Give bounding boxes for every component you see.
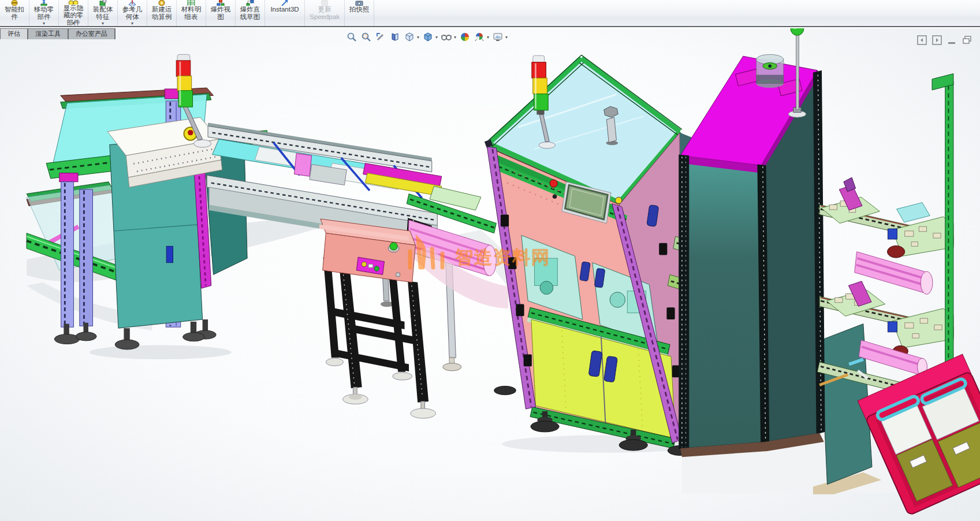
document-window-controls (917, 35, 972, 45)
update-speedpak-icon (320, 0, 329, 6)
dropdown-arrow-icon[interactable]: ▾ (505, 35, 508, 40)
restore-icon[interactable] (962, 35, 972, 45)
tab-evaluate[interactable]: 评估 (0, 28, 28, 39)
button-label: 智能扣件 (3, 6, 26, 20)
smart-fastener-icon (10, 0, 19, 6)
reference-geometry-icon (128, 0, 137, 6)
display-style-icon[interactable] (422, 31, 434, 43)
assembly-features-icon (98, 0, 107, 6)
previous-view-icon[interactable] (374, 31, 387, 43)
hide-show-items-icon[interactable] (440, 31, 453, 43)
adjustable-foot (393, 373, 412, 380)
glass-cylinder-unit[interactable] (757, 54, 784, 88)
heads-up-view-toolbar: ▾ ▾ ▾ ▾ ▾ (345, 31, 508, 43)
move-component-icon (39, 0, 49, 6)
next-window-icon[interactable] (932, 35, 942, 45)
dropdown-arrow-icon[interactable]: ▾ (102, 21, 104, 26)
door-handle (166, 246, 173, 262)
instant3d-button[interactable]: Instant3D (265, 0, 305, 26)
take-snapshot-icon (355, 0, 364, 6)
minimize-icon[interactable] (947, 35, 957, 45)
dropdown-arrow-icon[interactable]: ▾ (417, 35, 419, 40)
black-frame-legs (323, 257, 429, 403)
assembly-features-button[interactable]: 装配体特征 ▾ (88, 0, 118, 26)
section-view-icon[interactable] (389, 31, 401, 43)
dropdown-arrow-icon[interactable]: ▾ (454, 35, 456, 40)
instant3d-icon (280, 0, 289, 6)
show-hidden-components-button[interactable]: 显示隐藏的零部件 ▾ (59, 0, 88, 26)
pink-drum (855, 252, 928, 293)
adjustable-foot (343, 387, 368, 404)
tall-press-cabinet[interactable] (679, 28, 872, 485)
tab-office-products[interactable]: 办公室产品 (68, 28, 115, 39)
command-manager-ribbon: 智能扣件 移动零部件 ▾ 显示隐藏的零部件 ▾ 装配体特征 ▾ 参考几何体 ▾ … (0, 0, 980, 27)
leveling-foot (76, 323, 96, 341)
tab-render-tools[interactable]: 渲染工具 (28, 28, 68, 39)
post (61, 182, 74, 328)
exploded-view-icon (216, 0, 225, 6)
edit-appearance-icon[interactable] (459, 31, 471, 43)
new-motion-study-button[interactable]: 新建运动算例 (147, 0, 177, 26)
zoom-to-area-icon[interactable] (360, 31, 372, 43)
leveling-foot (115, 328, 139, 349)
inspection-machine[interactable] (485, 55, 692, 455)
pallet (892, 308, 953, 348)
explode-line-sketch-button[interactable]: 爆炸直线草图 (236, 0, 265, 26)
post (80, 189, 93, 326)
zoom-to-fit-icon[interactable] (345, 31, 358, 43)
smart-fasteners-button[interactable]: 智能扣件 (0, 0, 29, 26)
take-snapshot-button[interactable]: 拍快照 (345, 0, 374, 26)
dropdown-arrow-icon[interactable]: ▾ (43, 21, 45, 26)
adjustable-foot (326, 358, 343, 366)
apply-scene-icon[interactable] (473, 31, 486, 43)
motion-study-icon (157, 0, 166, 6)
dropdown-arrow-icon[interactable]: ▾ (487, 35, 489, 40)
show-hidden-components-icon (68, 0, 79, 5)
3d-viewport-scene[interactable] (0, 28, 980, 521)
command-manager-tabs: 评估 渲染工具 办公室产品 (0, 28, 115, 39)
bill-of-materials-button[interactable]: 材料明细表 (177, 0, 206, 26)
indicator-button (550, 180, 557, 187)
reference-geometry-button[interactable]: 参考几何体 ▾ (118, 0, 147, 26)
view-settings-icon[interactable] (491, 31, 504, 43)
graphics-viewport[interactable]: ▾ ▾ ▾ ▾ ▾ 智造资料网 (0, 28, 980, 521)
dropdown-arrow-icon[interactable]: ▾ (131, 21, 133, 26)
leveling-foot (443, 358, 461, 371)
leveling-foot (54, 324, 80, 344)
bom-table-icon (187, 0, 196, 6)
explode-line-sketch-icon (245, 0, 255, 6)
adjustable-foot (411, 401, 436, 418)
leveling-foot (494, 386, 516, 395)
move-component-button[interactable]: 移动零部件 ▾ (29, 0, 59, 26)
update-speedpak-button[interactable]: 更新 Speedpak (305, 0, 345, 26)
view-orientation-icon[interactable] (403, 31, 416, 43)
exploded-view-button[interactable]: 爆炸视图 (206, 0, 236, 26)
dropdown-arrow-icon[interactable]: ▾ (72, 21, 74, 26)
previous-window-icon[interactable] (917, 35, 927, 45)
dropdown-arrow-icon[interactable]: ▾ (435, 35, 438, 40)
